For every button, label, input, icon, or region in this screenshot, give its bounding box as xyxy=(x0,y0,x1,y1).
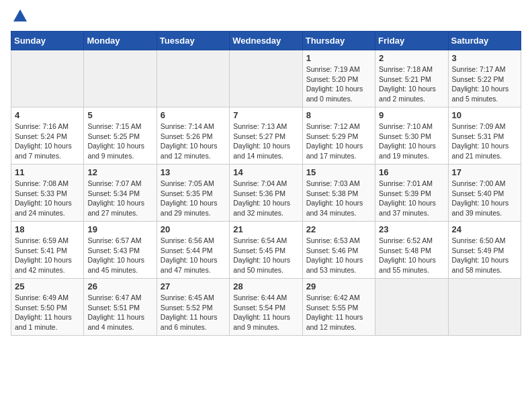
calendar-week-row: 25Sunrise: 6:49 AM Sunset: 5:50 PM Dayli… xyxy=(11,279,521,336)
calendar-cell xyxy=(448,279,521,336)
calendar-week-row: 1Sunrise: 7:19 AM Sunset: 5:20 PM Daylig… xyxy=(11,50,521,107)
calendar-cell: 21Sunrise: 6:54 AM Sunset: 5:45 PM Dayli… xyxy=(230,222,302,279)
day-number: 13 xyxy=(161,167,226,177)
day-info: Sunrise: 7:08 AM Sunset: 5:33 PM Dayligh… xyxy=(15,179,80,218)
day-number: 29 xyxy=(306,281,371,291)
calendar-cell: 22Sunrise: 6:53 AM Sunset: 5:46 PM Dayli… xyxy=(302,222,375,279)
calendar-week-row: 4Sunrise: 7:16 AM Sunset: 5:24 PM Daylig… xyxy=(11,107,521,165)
day-number: 18 xyxy=(15,224,80,234)
weekday-header-friday: Friday xyxy=(375,32,448,50)
day-info: Sunrise: 7:18 AM Sunset: 5:21 PM Dayligh… xyxy=(379,64,444,104)
day-info: Sunrise: 7:15 AM Sunset: 5:25 PM Dayligh… xyxy=(87,122,152,161)
calendar-cell: 10Sunrise: 7:09 AM Sunset: 5:31 PM Dayli… xyxy=(448,107,521,165)
calendar-cell: 11Sunrise: 7:08 AM Sunset: 5:33 PM Dayli… xyxy=(11,165,84,222)
day-number: 26 xyxy=(87,281,152,291)
day-number: 5 xyxy=(87,110,152,120)
day-info: Sunrise: 7:19 AM Sunset: 5:20 PM Dayligh… xyxy=(306,64,371,104)
calendar-cell: 15Sunrise: 7:03 AM Sunset: 5:38 PM Dayli… xyxy=(302,165,375,222)
calendar-week-row: 11Sunrise: 7:08 AM Sunset: 5:33 PM Dayli… xyxy=(11,165,521,222)
day-number: 28 xyxy=(233,281,298,291)
weekday-header-saturday: Saturday xyxy=(448,32,521,50)
day-number: 23 xyxy=(379,224,444,234)
calendar-cell: 7Sunrise: 7:13 AM Sunset: 5:27 PM Daylig… xyxy=(230,107,302,165)
day-info: Sunrise: 7:07 AM Sunset: 5:34 PM Dayligh… xyxy=(87,179,152,218)
calendar-cell: 14Sunrise: 7:04 AM Sunset: 5:36 PM Dayli… xyxy=(230,165,302,222)
calendar-cell: 17Sunrise: 7:00 AM Sunset: 5:40 PM Dayli… xyxy=(448,165,521,222)
weekday-header-sunday: Sunday xyxy=(11,32,84,50)
day-number: 15 xyxy=(306,167,371,177)
day-info: Sunrise: 6:53 AM Sunset: 5:46 PM Dayligh… xyxy=(306,236,371,275)
logo xyxy=(11,11,27,23)
day-number: 7 xyxy=(233,110,298,120)
calendar-cell: 18Sunrise: 6:59 AM Sunset: 5:41 PM Dayli… xyxy=(11,222,84,279)
day-number: 10 xyxy=(452,110,517,120)
weekday-header-tuesday: Tuesday xyxy=(157,32,229,50)
day-number: 12 xyxy=(87,167,152,177)
day-info: Sunrise: 6:57 AM Sunset: 5:43 PM Dayligh… xyxy=(87,236,152,275)
calendar-cell: 1Sunrise: 7:19 AM Sunset: 5:20 PM Daylig… xyxy=(302,50,375,107)
day-info: Sunrise: 6:42 AM Sunset: 5:55 PM Dayligh… xyxy=(306,293,371,332)
logo-arrow-icon xyxy=(13,9,27,21)
day-number: 1 xyxy=(306,53,371,63)
day-info: Sunrise: 7:05 AM Sunset: 5:35 PM Dayligh… xyxy=(161,179,226,218)
day-info: Sunrise: 6:49 AM Sunset: 5:50 PM Dayligh… xyxy=(15,293,80,332)
day-info: Sunrise: 7:16 AM Sunset: 5:24 PM Dayligh… xyxy=(15,122,80,161)
calendar-cell: 13Sunrise: 7:05 AM Sunset: 5:35 PM Dayli… xyxy=(157,165,229,222)
calendar-cell: 23Sunrise: 6:52 AM Sunset: 5:48 PM Dayli… xyxy=(375,222,448,279)
day-info: Sunrise: 6:50 AM Sunset: 5:49 PM Dayligh… xyxy=(452,236,517,275)
day-info: Sunrise: 6:54 AM Sunset: 5:45 PM Dayligh… xyxy=(233,236,298,275)
calendar-cell xyxy=(230,50,302,107)
day-info: Sunrise: 7:04 AM Sunset: 5:36 PM Dayligh… xyxy=(233,179,298,218)
calendar-cell: 6Sunrise: 7:14 AM Sunset: 5:26 PM Daylig… xyxy=(157,107,229,165)
day-info: Sunrise: 7:09 AM Sunset: 5:31 PM Dayligh… xyxy=(452,122,517,161)
day-number: 21 xyxy=(233,224,298,234)
day-info: Sunrise: 6:47 AM Sunset: 5:51 PM Dayligh… xyxy=(87,293,152,332)
calendar-cell: 8Sunrise: 7:12 AM Sunset: 5:29 PM Daylig… xyxy=(302,107,375,165)
calendar-cell: 29Sunrise: 6:42 AM Sunset: 5:55 PM Dayli… xyxy=(302,279,375,336)
calendar-cell: 2Sunrise: 7:18 AM Sunset: 5:21 PM Daylig… xyxy=(375,50,448,107)
calendar-cell xyxy=(84,50,157,107)
day-number: 25 xyxy=(15,281,80,291)
calendar-cell: 20Sunrise: 6:56 AM Sunset: 5:44 PM Dayli… xyxy=(157,222,229,279)
calendar-cell: 12Sunrise: 7:07 AM Sunset: 5:34 PM Dayli… xyxy=(84,165,157,222)
calendar-cell: 19Sunrise: 6:57 AM Sunset: 5:43 PM Dayli… xyxy=(84,222,157,279)
calendar-cell: 9Sunrise: 7:10 AM Sunset: 5:30 PM Daylig… xyxy=(375,107,448,165)
day-number: 2 xyxy=(379,53,444,63)
day-info: Sunrise: 7:01 AM Sunset: 5:39 PM Dayligh… xyxy=(379,179,444,218)
calendar-cell xyxy=(157,50,229,107)
day-info: Sunrise: 7:17 AM Sunset: 5:22 PM Dayligh… xyxy=(452,64,517,104)
day-number: 4 xyxy=(15,110,80,120)
day-number: 3 xyxy=(452,53,517,63)
calendar-cell: 24Sunrise: 6:50 AM Sunset: 5:49 PM Dayli… xyxy=(448,222,521,279)
day-info: Sunrise: 7:10 AM Sunset: 5:30 PM Dayligh… xyxy=(379,122,444,161)
day-number: 11 xyxy=(15,167,80,177)
day-number: 27 xyxy=(161,281,226,291)
day-info: Sunrise: 7:03 AM Sunset: 5:38 PM Dayligh… xyxy=(306,179,371,218)
weekday-header-monday: Monday xyxy=(84,32,157,50)
day-info: Sunrise: 6:56 AM Sunset: 5:44 PM Dayligh… xyxy=(161,236,226,275)
day-number: 24 xyxy=(452,224,517,234)
calendar-cell: 5Sunrise: 7:15 AM Sunset: 5:25 PM Daylig… xyxy=(84,107,157,165)
day-info: Sunrise: 6:45 AM Sunset: 5:52 PM Dayligh… xyxy=(161,293,226,332)
calendar-week-row: 18Sunrise: 6:59 AM Sunset: 5:41 PM Dayli… xyxy=(11,222,521,279)
calendar-cell: 28Sunrise: 6:44 AM Sunset: 5:54 PM Dayli… xyxy=(230,279,302,336)
calendar-cell: 26Sunrise: 6:47 AM Sunset: 5:51 PM Dayli… xyxy=(84,279,157,336)
day-info: Sunrise: 7:14 AM Sunset: 5:26 PM Dayligh… xyxy=(161,122,226,161)
day-number: 8 xyxy=(306,110,371,120)
calendar-cell: 3Sunrise: 7:17 AM Sunset: 5:22 PM Daylig… xyxy=(448,50,521,107)
weekday-header-row: SundayMondayTuesdayWednesdayThursdayFrid… xyxy=(11,32,521,50)
calendar-table: SundayMondayTuesdayWednesdayThursdayFrid… xyxy=(11,31,521,336)
day-number: 9 xyxy=(379,110,444,120)
calendar-cell: 16Sunrise: 7:01 AM Sunset: 5:39 PM Dayli… xyxy=(375,165,448,222)
weekday-header-wednesday: Wednesday xyxy=(230,32,302,50)
day-number: 19 xyxy=(87,224,152,234)
day-number: 22 xyxy=(306,224,371,234)
weekday-header-thursday: Thursday xyxy=(302,32,375,50)
day-number: 17 xyxy=(452,167,517,177)
day-info: Sunrise: 6:59 AM Sunset: 5:41 PM Dayligh… xyxy=(15,236,80,275)
calendar-cell: 4Sunrise: 7:16 AM Sunset: 5:24 PM Daylig… xyxy=(11,107,84,165)
day-info: Sunrise: 6:44 AM Sunset: 5:54 PM Dayligh… xyxy=(233,293,298,332)
day-info: Sunrise: 6:52 AM Sunset: 5:48 PM Dayligh… xyxy=(379,236,444,275)
calendar-cell xyxy=(375,279,448,336)
day-info: Sunrise: 7:00 AM Sunset: 5:40 PM Dayligh… xyxy=(452,179,517,218)
